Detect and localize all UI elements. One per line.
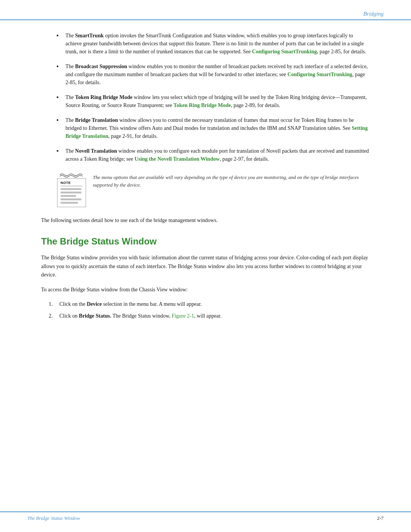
list-item: 2. Click on Bridge Status. The Bridge St… xyxy=(49,312,370,320)
bold-text: Novell Translation xyxy=(75,148,117,154)
step-text: Click on the Device selection in the men… xyxy=(59,300,202,308)
bullet-text: The Bridge Translation window allows you… xyxy=(65,116,370,140)
link-novell-translation-window[interactable]: Using the Novell Translation Window xyxy=(135,156,220,162)
note-line xyxy=(61,202,78,204)
bold-text: SmartTrunk xyxy=(75,33,104,38)
note-label: NOTE xyxy=(61,181,71,185)
list-item: 1. Click on the Device selection in the … xyxy=(49,300,370,308)
squiggle-decoration-icon xyxy=(60,172,83,177)
note-line xyxy=(61,192,81,193)
bullet-dot: • xyxy=(56,63,62,70)
list-item: • The Token Ring Bridge Mode window lets… xyxy=(41,93,370,109)
footer-left-text: The Bridge Status Window xyxy=(27,515,80,521)
main-content: • The SmartTrunk option invokes the Smar… xyxy=(0,32,411,320)
link-configuring-smarttrunking-2[interactable]: Configuring SmartTrunking xyxy=(287,72,352,77)
bullet-dot: • xyxy=(56,94,62,101)
footer-right-text: 2-7 xyxy=(377,515,384,521)
note-container: NOTE The menu options that are available… xyxy=(56,172,370,207)
link-setting-bridge-translation[interactable]: Setting Bridge Translation xyxy=(65,125,368,139)
link-token-ring-bridge-mode[interactable]: Token Ring Bridge Mode xyxy=(174,102,231,108)
bullet-dot: • xyxy=(56,148,62,155)
note-lines xyxy=(61,188,83,204)
note-box-border: NOTE xyxy=(57,178,86,207)
bullet-dot: • xyxy=(56,117,62,124)
note-line xyxy=(61,198,81,200)
list-item: • The Broadcast Suppression window enabl… xyxy=(41,62,370,86)
note-text: The menu options that are available will… xyxy=(93,174,370,189)
numbered-steps-list: 1. Click on the Device selection in the … xyxy=(49,300,370,320)
note-icon: NOTE xyxy=(56,172,87,207)
bold-text: Bridge Translation xyxy=(75,117,118,123)
note-line xyxy=(61,188,81,190)
bullet-text: The SmartTrunk option invokes the SmartT… xyxy=(65,32,370,56)
list-item: • The Bridge Translation window allows y… xyxy=(41,116,370,140)
link-figure-2-1[interactable]: Figure 2-1 xyxy=(172,313,194,319)
bullet-text: The Token Ring Bridge Mode window lets y… xyxy=(65,93,370,109)
list-item: • The Novell Translation window enables … xyxy=(41,147,370,163)
list-item: • The SmartTrunk option invokes the Smar… xyxy=(41,32,370,56)
bold-text: Token Ring Bridge Mode xyxy=(75,94,132,100)
page-footer: The Bridge Status Window 2-7 xyxy=(0,511,411,521)
page: Bridging • The SmartTrunk option invokes… xyxy=(0,0,411,532)
step-number: 2. xyxy=(49,312,59,320)
bullet-text: The Broadcast Suppression window enables… xyxy=(65,62,370,86)
bold-text: Broadcast Suppression xyxy=(75,64,127,69)
step-number: 1. xyxy=(49,300,59,308)
bullet-list: • The SmartTrunk option invokes the Smar… xyxy=(41,32,370,163)
section-heading: The Bridge Status Window xyxy=(41,236,370,247)
step-text: Click on Bridge Status. The Bridge Statu… xyxy=(59,312,221,320)
note-icon-wrapper: NOTE xyxy=(56,172,87,207)
section-body-1: The Bridge Status window provides you wi… xyxy=(41,254,370,279)
note-line xyxy=(61,195,76,197)
link-configuring-smarttrunking-1[interactable]: Configuring SmartTrunking xyxy=(252,49,317,54)
page-header: Bridging xyxy=(0,0,411,20)
following-sections-text: The following sections detail how to use… xyxy=(41,216,370,225)
bold-device: Device xyxy=(87,301,102,307)
bullet-dot: • xyxy=(56,32,62,39)
header-bridging-title: Bridging xyxy=(363,11,384,17)
section-body-2: To access the Bridge Status window from … xyxy=(41,286,370,294)
note-text-area: The menu options that are available will… xyxy=(93,172,370,189)
note-label-row: NOTE xyxy=(61,181,83,186)
bullet-text: The Novell Translation window enables yo… xyxy=(65,147,370,163)
bold-bridge-status: Bridge Status. xyxy=(79,313,111,319)
